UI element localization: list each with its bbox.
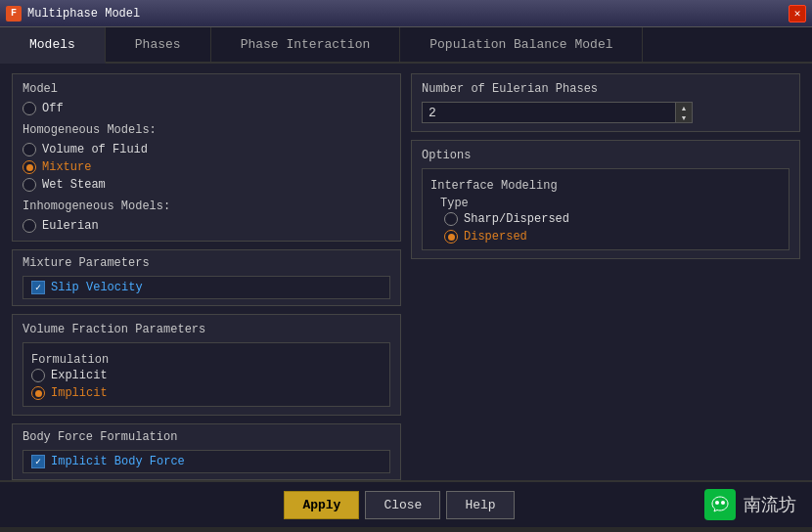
radio-explicit[interactable]: Explicit (31, 369, 382, 382)
slip-velocity-checkbox[interactable]: Slip Velocity (31, 281, 143, 294)
spinner-up-button[interactable]: ▲ (676, 103, 692, 112)
tab-models[interactable]: Models (0, 27, 106, 64)
model-radio-group: Off Homogeneous Models: Volume of Fluid … (23, 102, 390, 233)
radio-vof-circle (23, 143, 36, 156)
close-button[interactable]: Close (365, 491, 440, 519)
radio-implicit[interactable]: Implicit (31, 386, 382, 400)
close-button[interactable]: ✕ (789, 5, 806, 22)
radio-implicit-label: Implicit (51, 386, 108, 400)
implicit-body-force-label: Implicit Body Force (51, 455, 185, 468)
mixture-params-section: Mixture Parameters Slip Velocity (12, 249, 401, 306)
main-content: Model Off Homogeneous Models: Volume of … (0, 64, 812, 480)
radio-off-label: Off (42, 102, 64, 115)
watermark: 南流坊 (704, 489, 796, 520)
radio-dispersed-label: Dispersed (464, 230, 527, 244)
radio-mixture-circle (23, 160, 36, 174)
model-section: Model Off Homogeneous Models: Volume of … (12, 73, 401, 242)
model-section-title: Model (23, 82, 390, 96)
tab-population-balance[interactable]: Population Balance Model (400, 27, 643, 62)
body-force-title: Body Force Formulation (23, 430, 390, 444)
radio-off[interactable]: Off (23, 102, 390, 115)
interface-modeling-label: Interface Modeling (430, 179, 781, 193)
formulation-box: Formulation Explicit Implicit (23, 342, 390, 407)
volume-fraction-section: Volume Fraction Parameters Formulation E… (12, 314, 401, 416)
radio-dispersed-circle (444, 230, 458, 244)
mixture-params-inner: Slip Velocity (23, 276, 390, 299)
help-button[interactable]: Help (446, 491, 514, 519)
radio-mixture-label: Mixture (42, 160, 91, 174)
left-panel: Model Off Homogeneous Models: Volume of … (12, 73, 401, 470)
inhomogeneous-label: Inhomogeneous Models: (23, 200, 390, 213)
radio-volume-of-fluid[interactable]: Volume of Fluid (23, 143, 390, 156)
titlebar: F Multiphase Model ✕ (0, 0, 812, 27)
radio-sharp-dispersed-circle (444, 212, 458, 226)
apply-button[interactable]: Apply (284, 491, 359, 519)
formulation-label: Formulation (31, 353, 382, 367)
radio-sharp-dispersed[interactable]: Sharp/Dispersed (444, 212, 781, 226)
body-force-inner: Implicit Body Force (23, 450, 390, 473)
type-label: Type (440, 197, 781, 210)
radio-explicit-circle (31, 369, 45, 382)
eulerian-phases-input[interactable] (422, 102, 676, 123)
titlebar-left: F Multiphase Model (6, 6, 140, 22)
svg-point-1 (721, 501, 725, 505)
eulerian-phases-title: Number of Eulerian Phases (422, 82, 789, 96)
volume-fraction-title: Volume Fraction Parameters (23, 323, 390, 336)
radio-wetsteam-circle (23, 178, 36, 192)
eulerian-phases-spinner: ▲ ▼ (422, 102, 789, 123)
spinner-down-button[interactable]: ▼ (676, 112, 692, 122)
slip-velocity-checkbox-box (31, 281, 45, 294)
radio-eulerian[interactable]: Eulerian (23, 219, 390, 233)
interface-type-radio-group: Sharp/Dispersed Dispersed (444, 212, 781, 244)
tab-phase-interaction[interactable]: Phase Interaction (211, 27, 401, 62)
right-panel: Number of Eulerian Phases ▲ ▼ Options In… (411, 73, 800, 470)
bottom-buttons: Apply Close Help (94, 491, 704, 519)
window-title: Multiphase Model (27, 7, 140, 21)
app-icon: F (6, 6, 22, 22)
radio-implicit-circle (31, 386, 45, 400)
tab-bar: Models Phases Phase Interaction Populati… (0, 27, 812, 64)
radio-sharp-dispersed-label: Sharp/Dispersed (464, 212, 569, 226)
radio-wet-steam[interactable]: Wet Steam (23, 178, 390, 192)
interface-modeling-box: Interface Modeling Type Sharp/Dispersed … (422, 168, 789, 250)
formulation-radio-group: Explicit Implicit (31, 369, 382, 400)
slip-velocity-label: Slip Velocity (51, 281, 143, 294)
radio-explicit-label: Explicit (51, 369, 108, 382)
options-section: Options Interface Modeling Type Sharp/Di… (411, 140, 800, 259)
radio-mixture[interactable]: Mixture (23, 160, 390, 174)
radio-vof-label: Volume of Fluid (42, 143, 148, 156)
implicit-body-force-checkbox-box (31, 455, 45, 468)
implicit-body-force-checkbox[interactable]: Implicit Body Force (31, 455, 185, 468)
tab-phases[interactable]: Phases (106, 27, 211, 62)
radio-off-circle (23, 102, 36, 115)
radio-dispersed[interactable]: Dispersed (444, 230, 781, 244)
body-force-section: Body Force Formulation Implicit Body For… (12, 423, 401, 480)
wechat-icon (704, 489, 736, 520)
options-title: Options (422, 149, 789, 162)
mixture-params-title: Mixture Parameters (23, 256, 390, 270)
spinner-buttons: ▲ ▼ (676, 102, 693, 123)
bottom-bar: Apply Close Help 南流坊 (0, 480, 812, 527)
svg-point-0 (715, 501, 719, 505)
radio-wetsteam-label: Wet Steam (42, 178, 106, 192)
eulerian-phases-section: Number of Eulerian Phases ▲ ▼ (411, 73, 800, 132)
watermark-text: 南流坊 (744, 493, 796, 516)
homogeneous-label: Homogeneous Models: (23, 123, 390, 137)
radio-eulerian-circle (23, 219, 36, 233)
radio-eulerian-label: Eulerian (42, 219, 99, 233)
